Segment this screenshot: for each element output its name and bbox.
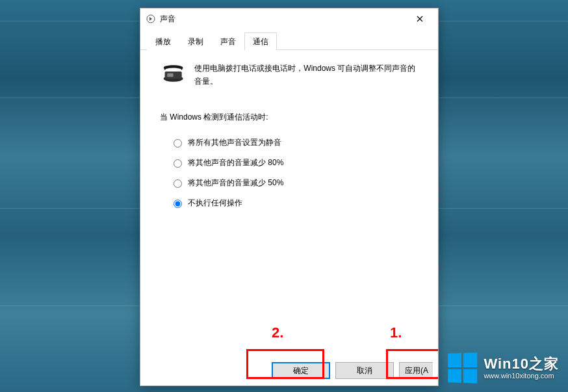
option-label: 将其他声音的音量减少 80% — [188, 157, 283, 168]
watermark-text: Win10之家 www.win10xitong.com — [484, 356, 559, 380]
radio-input[interactable] — [174, 159, 182, 168]
titlebar[interactable]: 声音 — [140, 8, 438, 29]
option-label: 不执行任何操作 — [188, 198, 242, 209]
phone-icon — [161, 62, 185, 84]
option-label: 将其他声音的音量减少 50% — [188, 177, 283, 189]
tab-sounds[interactable]: 声音 — [212, 33, 244, 50]
tab-playback[interactable]: 播放 — [147, 33, 179, 50]
option-label: 将所有其他声音设置为静音 — [188, 137, 281, 148]
radio-group: 将所有其他声音设置为静音 将其他声音的音量减少 80% 将其他声音的音量减少 5… — [170, 137, 422, 209]
tab-communications[interactable]: 通信 — [244, 33, 277, 50]
tab-content: 使用电脑拨打电话或接电话时，Windows 可自动调整不同声音的音量。 当 Wi… — [140, 50, 438, 357]
description-text: 使用电脑拨打电话或接电话时，Windows 可自动调整不同声音的音量。 — [194, 62, 422, 88]
dialog-title: 声音 — [160, 14, 406, 25]
windows-logo-icon — [448, 352, 478, 384]
close-button[interactable] — [406, 9, 434, 29]
description-row: 使用电脑拨打电话或接电话时，Windows 可自动调整不同声音的音量。 — [156, 62, 422, 88]
tab-bar: 播放 录制 声音 通信 — [140, 32, 438, 50]
radio-input[interactable] — [174, 200, 182, 208]
prompt-label: 当 Windows 检测到通信活动时: — [160, 112, 422, 123]
tab-label: 声音 — [220, 37, 236, 46]
cancel-button[interactable]: 取消 — [335, 362, 394, 379]
watermark: Win10之家 www.win10xitong.com — [447, 353, 559, 383]
option-reduce-50[interactable]: 将其他声音的音量减少 50% — [170, 177, 422, 189]
annotation-2: 2. — [272, 324, 283, 341]
tab-label: 录制 — [188, 37, 203, 46]
radio-input[interactable] — [174, 139, 182, 148]
tab-label: 播放 — [155, 37, 171, 46]
annotation-box-ok — [246, 349, 324, 379]
sound-icon — [146, 14, 156, 24]
close-icon — [417, 16, 423, 22]
option-reduce-80[interactable]: 将其他声音的音量减少 80% — [170, 157, 422, 168]
tab-recording[interactable]: 录制 — [179, 33, 212, 50]
watermark-subtitle: www.win10xitong.com — [484, 372, 559, 380]
svg-rect-3 — [167, 73, 173, 77]
option-do-nothing[interactable]: 不执行任何操作 — [170, 198, 422, 209]
watermark-title: Win10之家 — [484, 356, 559, 372]
annotation-box-apply — [386, 349, 438, 379]
option-mute-all[interactable]: 将所有其他声音设置为静音 — [170, 137, 422, 148]
tab-label: 通信 — [253, 37, 268, 46]
button-label: 取消 — [357, 365, 372, 376]
radio-input[interactable] — [174, 179, 182, 188]
annotation-1: 1. — [390, 324, 402, 341]
